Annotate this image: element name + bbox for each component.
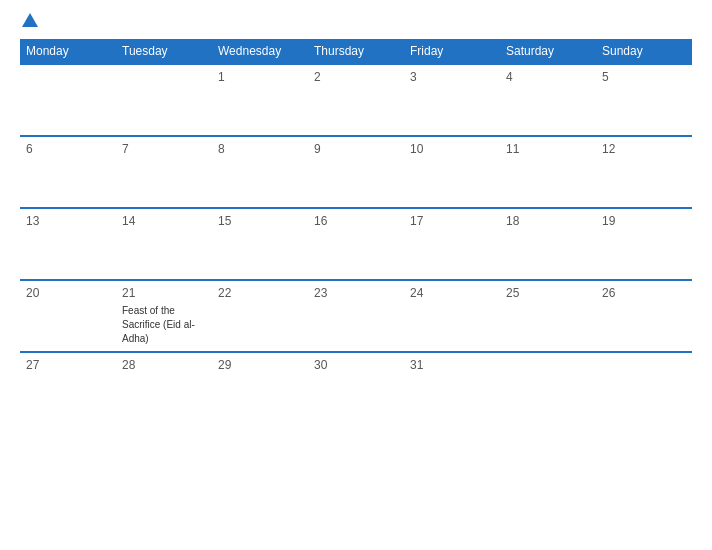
day-number: 12: [602, 142, 686, 156]
calendar-day-cell: 25: [500, 280, 596, 352]
calendar-week-row: 6789101112: [20, 136, 692, 208]
calendar-day-cell: 5: [596, 64, 692, 136]
day-number: 9: [314, 142, 398, 156]
weekday-header-cell: Wednesday: [212, 39, 308, 64]
calendar-day-cell: 10: [404, 136, 500, 208]
calendar-day-cell: 7: [116, 136, 212, 208]
calendar-day-cell: 30: [308, 352, 404, 424]
day-number: 25: [506, 286, 590, 300]
calendar-day-cell: 19: [596, 208, 692, 280]
header: [20, 15, 692, 27]
calendar-day-cell: 27: [20, 352, 116, 424]
day-event: Feast of the Sacrifice (Eid al-Adha): [122, 305, 195, 344]
day-number: 10: [410, 142, 494, 156]
day-number: 14: [122, 214, 206, 228]
day-number: 4: [506, 70, 590, 84]
day-number: 13: [26, 214, 110, 228]
weekday-header-cell: Saturday: [500, 39, 596, 64]
day-number: 28: [122, 358, 206, 372]
calendar-day-cell: 26: [596, 280, 692, 352]
day-number: 3: [410, 70, 494, 84]
day-number: 30: [314, 358, 398, 372]
calendar-day-cell: 8: [212, 136, 308, 208]
calendar-day-cell: 12: [596, 136, 692, 208]
calendar-day-cell: [20, 64, 116, 136]
day-number: 19: [602, 214, 686, 228]
day-number: 29: [218, 358, 302, 372]
calendar-day-cell: [116, 64, 212, 136]
calendar-day-cell: 2: [308, 64, 404, 136]
calendar-day-cell: 14: [116, 208, 212, 280]
day-number: 18: [506, 214, 590, 228]
calendar-day-cell: 4: [500, 64, 596, 136]
day-number: 16: [314, 214, 398, 228]
calendar-week-row: 2728293031: [20, 352, 692, 424]
day-number: 27: [26, 358, 110, 372]
calendar-day-cell: 21Feast of the Sacrifice (Eid al-Adha): [116, 280, 212, 352]
calendar-day-cell: 6: [20, 136, 116, 208]
day-number: 8: [218, 142, 302, 156]
calendar-week-row: 12345: [20, 64, 692, 136]
day-number: 1: [218, 70, 302, 84]
calendar-header: MondayTuesdayWednesdayThursdayFridaySatu…: [20, 39, 692, 64]
day-number: 26: [602, 286, 686, 300]
day-number: 20: [26, 286, 110, 300]
day-number: 23: [314, 286, 398, 300]
weekday-header-cell: Thursday: [308, 39, 404, 64]
weekday-header-row: MondayTuesdayWednesdayThursdayFridaySatu…: [20, 39, 692, 64]
day-number: 31: [410, 358, 494, 372]
calendar-day-cell: [596, 352, 692, 424]
calendar-day-cell: 1: [212, 64, 308, 136]
day-number: 22: [218, 286, 302, 300]
day-number: 2: [314, 70, 398, 84]
calendar-day-cell: 16: [308, 208, 404, 280]
calendar-day-cell: 13: [20, 208, 116, 280]
weekday-header-cell: Tuesday: [116, 39, 212, 64]
calendar-day-cell: 15: [212, 208, 308, 280]
day-number: 15: [218, 214, 302, 228]
calendar-day-cell: 11: [500, 136, 596, 208]
calendar-week-row: 2021Feast of the Sacrifice (Eid al-Adha)…: [20, 280, 692, 352]
calendar-day-cell: 18: [500, 208, 596, 280]
day-number: 7: [122, 142, 206, 156]
page: MondayTuesdayWednesdayThursdayFridaySatu…: [0, 0, 712, 550]
calendar-body: 123456789101112131415161718192021Feast o…: [20, 64, 692, 424]
day-number: 5: [602, 70, 686, 84]
day-number: 17: [410, 214, 494, 228]
calendar-day-cell: 3: [404, 64, 500, 136]
day-number: 6: [26, 142, 110, 156]
calendar-day-cell: 31: [404, 352, 500, 424]
day-number: 21: [122, 286, 206, 300]
calendar-week-row: 13141516171819: [20, 208, 692, 280]
calendar-day-cell: [500, 352, 596, 424]
calendar-day-cell: 24: [404, 280, 500, 352]
weekday-header-cell: Friday: [404, 39, 500, 64]
weekday-header-cell: Sunday: [596, 39, 692, 64]
calendar-day-cell: 17: [404, 208, 500, 280]
calendar-day-cell: 22: [212, 280, 308, 352]
calendar-day-cell: 28: [116, 352, 212, 424]
calendar-day-cell: 23: [308, 280, 404, 352]
logo: [20, 15, 38, 27]
day-number: 11: [506, 142, 590, 156]
calendar-day-cell: 29: [212, 352, 308, 424]
calendar-day-cell: 9: [308, 136, 404, 208]
calendar-day-cell: 20: [20, 280, 116, 352]
logo-triangle-icon: [22, 13, 38, 27]
calendar-table: MondayTuesdayWednesdayThursdayFridaySatu…: [20, 39, 692, 424]
weekday-header-cell: Monday: [20, 39, 116, 64]
day-number: 24: [410, 286, 494, 300]
